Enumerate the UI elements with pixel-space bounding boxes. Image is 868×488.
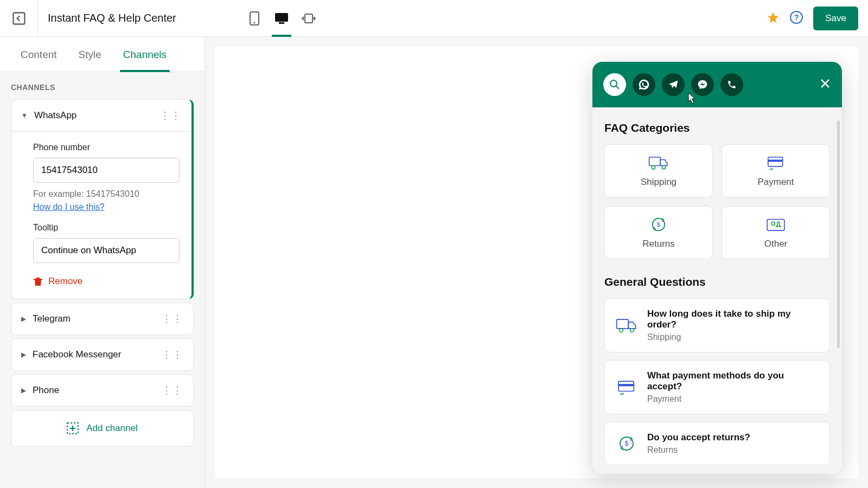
svg-point-20 [620,329,623,332]
telegram-button[interactable] [662,73,685,96]
svg-point-11 [652,166,655,169]
channel-name: Telegram [33,313,71,324]
caret-right-icon: ▶ [21,315,26,323]
topbar: Instant FAQ & Help Center ? Save [0,0,868,37]
other-icon [765,216,786,233]
messenger-icon [697,79,708,90]
workspace: Content Style Channels CHANNELS ▼ WhatsA… [0,37,868,488]
device-desktop-button[interactable] [274,8,289,29]
payment-icon [616,378,637,396]
returns-icon: $ [648,216,669,233]
question-card[interactable]: What payment methods do you accept? Paym… [604,360,830,414]
whatsapp-icon [638,79,650,91]
svg-rect-5 [305,14,312,23]
remove-label: Remove [48,276,82,287]
add-channel-button[interactable]: Add channel [11,410,193,446]
close-icon [819,78,831,89]
back-arrow-icon [11,11,27,26]
tab-style[interactable]: Style [79,37,101,72]
category-label: Other [764,239,788,249]
tooltip-input[interactable] [33,238,180,263]
fullwidth-icon [302,13,316,24]
channel-phone-header[interactable]: ▶ Phone ⋮⋮ [11,375,193,406]
widget-header [592,62,842,107]
telegram-icon [668,79,679,90]
question-card[interactable]: $ Do you accept returns? Returns [604,422,830,465]
svg-text:?: ? [794,12,799,22]
drag-handle-icon[interactable]: ⋮⋮ [162,384,183,396]
channel-telegram-header[interactable]: ▶ Telegram ⋮⋮ [11,303,193,335]
save-button[interactable]: Save [813,7,858,30]
svg-rect-19 [617,319,629,329]
svg-point-12 [662,166,665,169]
question-subtitle: Shipping [647,332,819,342]
svg-text:$: $ [657,221,661,228]
svg-rect-10 [649,157,661,166]
question-title: How long does it take to ship my order? [647,309,819,330]
channel-telegram: ▶ Telegram ⋮⋮ [11,303,194,335]
phone-hint: For example: 15417543010 [33,189,180,199]
channel-whatsapp-body: Phone number For example: 15417543010 Ho… [11,131,192,299]
svg-rect-13 [768,157,783,166]
faq-widget: Continue on WhatsApp [592,62,842,474]
help-button[interactable]: ? [789,10,803,27]
drag-handle-icon[interactable]: ⋮⋮ [162,349,183,361]
category-other[interactable]: Other [722,206,830,259]
whatsapp-button[interactable] [633,73,655,96]
search-icon [609,79,620,90]
header-icons [603,73,743,96]
messenger-button[interactable] [691,73,714,96]
drag-handle-icon[interactable]: ⋮⋮ [160,110,182,121]
question-title: Do you accept returns? [647,432,750,443]
svg-text:$: $ [625,440,629,447]
question-subtitle: Returns [647,445,750,455]
svg-point-9 [610,80,617,87]
channel-messenger: ▶ Facebook Messenger ⋮⋮ [11,338,194,371]
tooltip-label: Tooltip [33,223,180,233]
help-link[interactable]: How do I use this? [33,202,105,212]
add-icon [67,422,79,434]
shipping-icon [616,316,637,335]
question-subtitle: Payment [647,394,819,404]
category-label: Returns [642,239,675,249]
channel-whatsapp-header[interactable]: ▼ WhatsApp ⋮⋮ [11,100,192,131]
preview-canvas: Continue on WhatsApp [215,47,858,478]
svg-rect-22 [618,381,634,391]
close-button[interactable] [819,78,831,92]
phone-button[interactable] [720,73,743,96]
scrollbar[interactable] [837,120,840,348]
question-card[interactable]: How long does it take to ship my order? … [604,298,830,352]
category-label: Shipping [641,177,676,188]
trash-icon [33,277,43,286]
svg-rect-0 [13,12,24,24]
category-returns[interactable]: $ Returns [604,206,713,259]
remove-button[interactable]: Remove [33,276,180,287]
channel-messenger-header[interactable]: ▶ Facebook Messenger ⋮⋮ [11,339,193,370]
svg-point-18 [771,222,775,225]
add-channel-card: Add channel [11,410,194,447]
channel-whatsapp: ▼ WhatsApp ⋮⋮ Phone number For example: … [11,99,194,299]
desktop-icon [275,12,289,24]
category-grid: Shipping Payment $ Returns Other [604,144,830,259]
svg-rect-17 [767,220,784,231]
back-button[interactable] [0,0,38,37]
payment-icon [765,154,786,171]
search-button[interactable] [603,73,626,96]
star-icon[interactable] [767,11,780,26]
mobile-icon [250,11,259,25]
device-mobile-button[interactable] [247,8,262,29]
drag-handle-icon[interactable]: ⋮⋮ [162,313,183,325]
channel-name: WhatsApp [34,110,76,121]
category-label: Payment [757,177,794,188]
question-title: What payment methods do you accept? [647,370,819,392]
category-payment[interactable]: Payment [722,144,830,197]
page-title: Instant FAQ & Help Center [48,12,176,24]
caret-down-icon: ▼ [21,112,28,119]
tab-channels[interactable]: Channels [123,37,167,72]
tab-content[interactable]: Content [21,37,57,72]
phone-input[interactable] [33,158,180,183]
device-toggles [247,8,316,29]
device-fullwidth-button[interactable] [301,8,316,29]
svg-rect-3 [275,13,288,22]
category-shipping[interactable]: Shipping [604,144,713,197]
